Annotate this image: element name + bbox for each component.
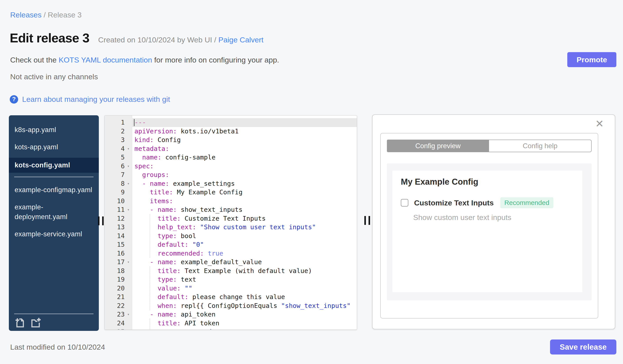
fold-arrow-icon[interactable]: ▾ bbox=[125, 258, 132, 267]
line-number: 16 bbox=[105, 249, 125, 258]
doc-suffix: for more info on configuring your app. bbox=[152, 56, 279, 64]
fold-gutter bbox=[125, 232, 132, 241]
breadcrumb-releases-link[interactable]: Releases bbox=[10, 11, 42, 19]
code-text: - name: example_settings bbox=[132, 179, 357, 188]
add-folder-icon[interactable] bbox=[30, 317, 41, 328]
fold-gutter bbox=[125, 153, 132, 162]
editor-lines: 1---2apiVersion: kots.io/v1beta13kind: C… bbox=[105, 118, 357, 330]
code-line-12[interactable]: 12 title: Customize Text Inputs bbox=[105, 214, 357, 223]
code-line-21[interactable]: 21 default: please change this value bbox=[105, 293, 357, 302]
code-text: recommended: true bbox=[132, 249, 357, 258]
preview-area: My Example Config Customize Text Inputs … bbox=[387, 163, 592, 300]
code-line-16[interactable]: 16 recommended: true bbox=[105, 249, 357, 258]
editor-resize-handle-left[interactable] bbox=[98, 217, 104, 225]
config-group-title: My Example Config bbox=[401, 177, 574, 187]
fold-gutter bbox=[125, 302, 132, 310]
code-line-19[interactable]: 19 type: text bbox=[105, 275, 357, 284]
code-text: title: Text Example (with default value) bbox=[132, 267, 357, 275]
code-line-1[interactable]: 1--- bbox=[105, 118, 357, 127]
fold-arrow-icon[interactable]: ▾ bbox=[125, 179, 132, 188]
question-mark-icon: ? bbox=[10, 95, 18, 103]
code-line-5[interactable]: 5 name: config-sample bbox=[105, 153, 357, 162]
code-line-7[interactable]: 7 groups: bbox=[105, 170, 357, 179]
fold-arrow-icon[interactable]: ▾ bbox=[125, 310, 132, 319]
line-number: 9 bbox=[105, 188, 125, 197]
sidebar-file-k8s-app.yaml[interactable]: k8s-app.yaml bbox=[14, 123, 93, 137]
recommended-badge: Recommended bbox=[500, 197, 553, 208]
code-line-10[interactable]: 10 items: bbox=[105, 197, 357, 206]
line-number: 15 bbox=[105, 240, 125, 249]
resize-bar bbox=[369, 216, 370, 225]
breadcrumb: Releases / Release 3 bbox=[10, 11, 82, 19]
file-sidebar: k8s-app.yamlkots-app.yamlkots-config.yam… bbox=[9, 115, 99, 331]
file-list-secondary: example-configmap.yamlexample-deployment… bbox=[9, 183, 99, 241]
code-text: when: repl{{ ConfigOptionEquals "show_te… bbox=[132, 302, 357, 310]
code-line-18[interactable]: 18 title: Text Example (with default val… bbox=[105, 267, 357, 275]
breadcrumb-current: Release 3 bbox=[48, 11, 82, 19]
code-text: spec: bbox=[132, 162, 357, 171]
config-option-label: Customize Text Inputs bbox=[414, 199, 494, 207]
fold-gutter bbox=[125, 118, 132, 127]
git-help-row: ? Learn about managing your releases wit… bbox=[10, 95, 170, 103]
code-line-17[interactable]: 17▾ - name: example_default_value bbox=[105, 258, 357, 267]
customize-text-inputs-checkbox[interactable] bbox=[401, 199, 408, 206]
sidebar-file-example-service.yaml[interactable]: example-service.yaml bbox=[14, 227, 93, 241]
fold-gutter bbox=[125, 293, 132, 302]
add-file-icon[interactable] bbox=[14, 317, 25, 328]
sidebar-file-kots-config.yaml[interactable]: kots-config.yaml bbox=[9, 158, 99, 173]
code-text: default: "0" bbox=[132, 240, 357, 249]
git-releases-link[interactable]: Learn about managing your releases with … bbox=[22, 95, 170, 103]
line-number: 4 bbox=[105, 144, 125, 153]
code-line-2[interactable]: 2apiVersion: kots.io/v1beta1 bbox=[105, 127, 357, 136]
close-icon[interactable]: ✕ bbox=[594, 118, 605, 129]
created-author-link[interactable]: Paige Calvert bbox=[219, 36, 264, 44]
code-line-6[interactable]: 6▾spec: bbox=[105, 162, 357, 171]
line-number: 2 bbox=[105, 127, 125, 136]
fold-arrow-icon[interactable]: ▾ bbox=[125, 162, 132, 171]
code-text: title: My Example Config bbox=[132, 188, 357, 197]
line-number: 24 bbox=[105, 319, 125, 328]
code-text: - name: api_token bbox=[132, 310, 357, 319]
sidebar-file-kots-app.yaml[interactable]: kots-app.yaml bbox=[14, 141, 93, 154]
fold-gutter bbox=[125, 223, 132, 232]
fold-gutter bbox=[125, 188, 132, 197]
code-line-13[interactable]: 13 help_text: "Show custom user text inp… bbox=[105, 223, 357, 232]
line-number: 13 bbox=[105, 223, 125, 232]
code-line-25[interactable]: 25 type: password bbox=[105, 327, 357, 330]
code-line-11[interactable]: 11▾ - name: show_text_inputs bbox=[105, 205, 357, 214]
code-line-15[interactable]: 15 default: "0" bbox=[105, 240, 357, 249]
line-number: 17 bbox=[105, 258, 125, 267]
code-line-4[interactable]: 4▾metadata: bbox=[105, 144, 357, 153]
code-line-3[interactable]: 3kind: Config bbox=[105, 136, 357, 144]
code-line-20[interactable]: 20 value: "" bbox=[105, 284, 357, 293]
code-line-14[interactable]: 14 type: bool bbox=[105, 232, 357, 241]
code-line-8[interactable]: 8▾ - name: example_settings bbox=[105, 179, 357, 188]
config-option-help: Show custom user text inputs bbox=[413, 213, 574, 222]
code-text: apiVersion: kots.io/v1beta1 bbox=[132, 127, 357, 136]
fold-arrow-icon[interactable]: ▾ bbox=[125, 144, 132, 153]
fold-arrow-icon[interactable]: ▾ bbox=[125, 205, 132, 214]
tab-config-help[interactable]: Config help bbox=[489, 140, 592, 152]
editor-resize-handle-right[interactable] bbox=[364, 216, 370, 225]
yaml-code-editor[interactable]: 1---2apiVersion: kots.io/v1beta13kind: C… bbox=[104, 115, 357, 330]
sidebar-file-example-configmap.yaml[interactable]: example-configmap.yaml bbox=[14, 183, 93, 197]
code-line-9[interactable]: 9 title: My Example Config bbox=[105, 188, 357, 197]
save-release-button[interactable]: Save release bbox=[550, 340, 616, 355]
resize-bar bbox=[102, 217, 104, 225]
page-title: Edit release 3 bbox=[10, 30, 89, 45]
kots-yaml-doc-link[interactable]: KOTS YAML documentation bbox=[59, 56, 152, 64]
promote-button[interactable]: Promote bbox=[567, 52, 616, 67]
config-option-row: Customize Text Inputs Recommended bbox=[401, 197, 574, 208]
code-line-23[interactable]: 23▾ - name: api_token bbox=[105, 310, 357, 319]
fold-gutter bbox=[125, 267, 132, 275]
config-preview-panel: ✕ Config previewConfig help My Example C… bbox=[372, 114, 615, 329]
line-number: 1 bbox=[105, 118, 125, 127]
code-line-24[interactable]: 24 title: API token bbox=[105, 319, 357, 328]
sidebar-file-example-deployment.yaml[interactable]: example-deployment.yaml bbox=[14, 201, 93, 223]
breadcrumb-separator: / bbox=[42, 11, 48, 19]
created-text: Created on 10/10/2024 by Web UI / bbox=[98, 36, 219, 44]
tab-config-preview[interactable]: Config preview bbox=[387, 140, 489, 152]
doc-line: Check out the KOTS YAML documentation fo… bbox=[10, 56, 279, 64]
code-line-22[interactable]: 22 when: repl{{ ConfigOptionEquals "show… bbox=[105, 302, 357, 310]
title-row: Edit release 3 Created on 10/10/2024 by … bbox=[10, 30, 264, 45]
